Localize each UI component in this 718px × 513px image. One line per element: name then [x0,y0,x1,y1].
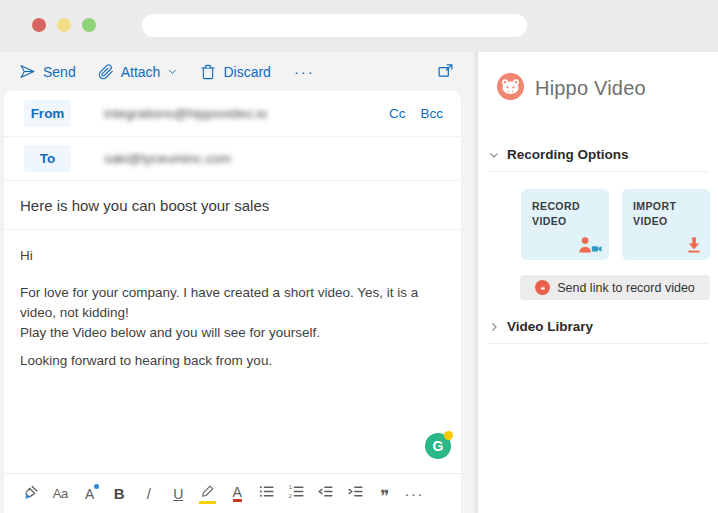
body-greeting: Hi [20,246,445,266]
compose-toolbar: Send Attach Discard ··· [0,52,474,91]
send-button[interactable]: Send [8,63,87,80]
numbered-list-icon: 12 [288,483,305,504]
compose-card: From integrations@hippovideo.io Cc Bcc T… [4,91,461,513]
underline-button[interactable]: U [164,480,194,508]
more-formatting-button[interactable]: ··· [400,480,430,508]
grammarly-icon[interactable]: G [425,433,451,459]
svg-text:2: 2 [288,493,291,499]
hippo-video-addin-panel: Hippo Video Recording Options RECORD VID… [478,52,718,513]
window-controls [32,18,96,32]
cc-link[interactable]: Cc [389,106,406,121]
body-closing: Looking forward to hearing back from you… [20,351,445,371]
svg-text:1: 1 [288,484,291,490]
hippo-video-logo-icon [497,73,524,104]
message-body[interactable]: Hi For love for your company. I have cre… [4,230,461,473]
record-person-camera-icon [578,235,602,253]
formatting-toolbar: Aa A B / U [4,473,461,513]
grammarly-status-dot [444,431,453,440]
recording-option-cards: RECORD VIDEO IMPORT VIDEO [521,189,718,260]
from-field[interactable]: From integrations@hippovideo.io Cc Bcc [4,91,461,137]
underline-icon: U [173,486,183,502]
bcc-link[interactable]: Bcc [420,106,443,121]
format-painter-button[interactable] [16,480,46,508]
font-size-icon: A [85,486,94,502]
italic-button[interactable]: / [134,480,164,508]
italic-icon: / [147,485,151,502]
compose-pane: Send Attach Discard ··· [0,52,474,513]
send-icon [19,63,36,80]
chevron-down-icon [167,66,178,77]
addin-title: Hippo Video [535,77,646,100]
browser-titlebar [0,0,718,52]
quote-icon: ❞ [380,486,389,502]
from-chip[interactable]: From [24,100,71,127]
font-color-button[interactable]: A [223,480,253,508]
from-address: integrations@hippovideo.io [104,106,267,121]
addin-header: Hippo Video [497,73,718,104]
numbered-list-button[interactable]: 12 [282,480,312,508]
font-size-button[interactable]: A [75,480,105,508]
outdent-button[interactable] [311,480,341,508]
chevron-right-icon [488,321,500,333]
discard-button[interactable]: Discard [189,64,281,80]
quote-bubble-icon: ❝ [535,280,550,295]
recording-options-label: Recording Options [507,147,629,162]
body-paragraph: For love for your company. I have create… [20,283,445,323]
close-window-button[interactable] [32,18,46,32]
bold-button[interactable]: B [105,480,135,508]
body-paragraph: Play the Video below and you will see fo… [20,323,445,343]
open-in-new-window-button[interactable] [437,62,454,82]
send-link-label: Send link to record video [557,281,695,295]
subject-field[interactable]: Here is how you can boost your sales [4,181,461,230]
quote-button[interactable]: ❞ [370,480,400,508]
download-icon [685,235,703,253]
font-button[interactable]: Aa [46,480,76,508]
video-library-label: Video Library [507,319,593,334]
outdent-icon [317,483,334,504]
record-video-card[interactable]: RECORD VIDEO [521,189,609,260]
bold-icon: B [114,485,125,502]
attach-button[interactable]: Attach [87,64,190,80]
format-painter-icon [22,483,40,505]
trash-icon [200,64,216,80]
to-address[interactable]: saki@lyceuminc.com [104,151,231,166]
discard-label: Discard [223,64,270,80]
minimize-window-button[interactable] [57,18,71,32]
to-field[interactable]: To saki@lyceuminc.com [4,137,461,181]
popout-icon [437,62,454,82]
paperclip-icon [98,64,114,80]
video-library-section-toggle[interactable]: Video Library [488,319,708,344]
record-video-label: RECORD VIDEO [532,200,580,227]
send-link-to-record-button[interactable]: ❝ Send link to record video [520,275,710,300]
address-bar[interactable] [142,14,527,37]
more-commands-button[interactable]: ··· [282,63,327,80]
indent-icon [347,483,364,504]
recording-options-section-toggle[interactable]: Recording Options [488,147,708,172]
import-video-card[interactable]: IMPORT VIDEO [622,189,710,260]
attach-label: Attach [121,64,161,80]
more-icon: ··· [405,485,425,502]
chevron-down-icon [488,149,500,161]
indent-button[interactable] [341,480,371,508]
bullet-list-button[interactable] [252,480,282,508]
font-icon: Aa [53,486,68,501]
highlight-button[interactable] [193,480,223,508]
import-video-label: IMPORT VIDEO [633,200,676,227]
bullet-list-icon [258,483,275,504]
font-color-icon: A [233,486,242,502]
send-label: Send [43,64,76,80]
to-chip[interactable]: To [24,145,71,172]
zoom-window-button[interactable] [82,18,96,32]
